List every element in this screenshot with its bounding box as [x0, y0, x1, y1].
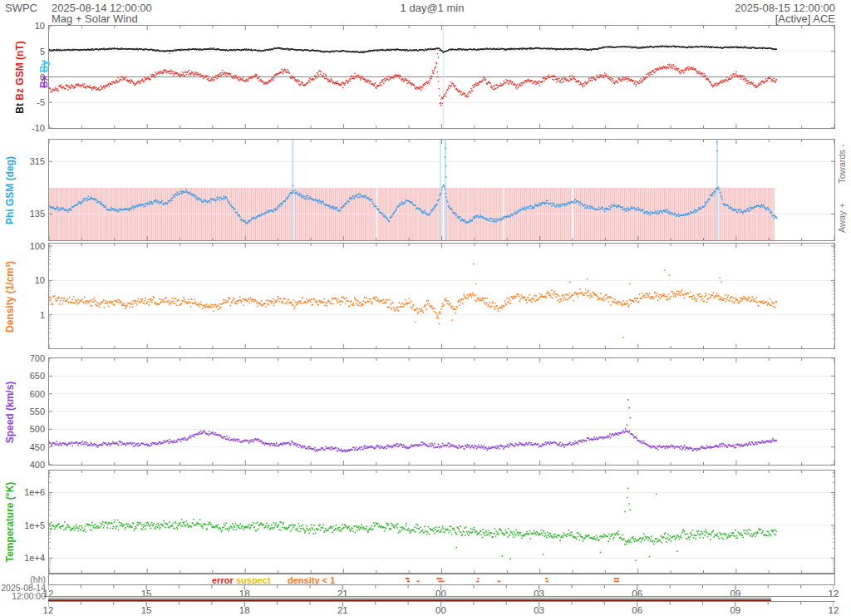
ytick-label: 1e+6	[0, 487, 45, 497]
series-density-0	[49, 264, 777, 338]
hour-label: 18	[230, 605, 258, 615]
ytick-label: 5	[0, 47, 45, 57]
density-axis-label: Density (1/cm³)	[4, 238, 16, 356]
hour-label: 00	[427, 605, 455, 615]
ytick-label: 700	[0, 353, 45, 363]
ytick-label: 0	[0, 72, 45, 82]
data-flag-strip: errorsuspectdensity < 1	[48, 574, 835, 585]
ytick-label: 1e+4	[0, 553, 45, 563]
temperature-plot	[49, 471, 834, 573]
ytick-label: 650	[0, 371, 45, 381]
density-plot	[49, 244, 834, 348]
data-source-label: [Active] ACE	[775, 12, 835, 25]
swpc-solar-wind-dashboard: SWPC 2025-08-14 12:00:00 Mag + Solar Win…	[0, 0, 851, 616]
ytick-label: 10	[0, 275, 45, 285]
hour-label: 12	[819, 605, 848, 615]
coverage-bar-line	[48, 599, 771, 600]
ytick-label: 1e+5	[0, 520, 45, 530]
panel-mag	[48, 25, 835, 129]
hour-label: 12	[34, 605, 62, 615]
speed-plot	[49, 358, 834, 465]
ytick-label: 600	[0, 389, 45, 399]
hour-label: 03	[525, 605, 553, 615]
series-legend-by: By	[38, 60, 50, 72]
panel-speed	[48, 357, 835, 466]
hour-label: 21	[328, 605, 357, 615]
brand-label: SWPC	[5, 2, 37, 14]
ytick-label: -10	[0, 123, 45, 133]
panel-temp	[48, 470, 835, 574]
legend-suspect: suspect	[236, 575, 271, 585]
ytick-label: 315	[0, 156, 45, 166]
phi-axis-label: Phi GSM (deg)	[4, 131, 16, 249]
phi-plot	[49, 140, 834, 240]
away-sector-label: Away +	[837, 160, 847, 276]
legend-error: error	[212, 575, 234, 585]
flag-marks	[49, 574, 834, 584]
hour-label: 06	[623, 605, 652, 615]
hour-label: 09	[721, 605, 750, 615]
legend-density-: density < 1	[288, 575, 335, 585]
coverage-bar-strip	[48, 596, 835, 602]
ytick-label: 10	[0, 21, 45, 31]
mag-plot	[49, 26, 834, 128]
hour-axis-bottom: 121518210003060912	[48, 602, 835, 616]
series-speed-0	[49, 399, 777, 453]
ytick-label: 100	[0, 241, 45, 251]
cadence-label: 1 day@1 min	[349, 2, 515, 14]
ytick-label: 500	[0, 424, 45, 434]
panel-phi	[48, 139, 835, 241]
ytick-label: 1	[0, 310, 45, 320]
ytick-label: -5	[0, 97, 45, 107]
ytick-label: 135	[0, 209, 45, 219]
ytick-label: 400	[0, 460, 45, 470]
page-title: Mag + Solar Wind	[52, 12, 138, 25]
series-mag-1	[49, 52, 777, 106]
panel-density	[48, 243, 835, 349]
series-temp-0	[49, 487, 777, 561]
ytick-label: 550	[0, 407, 45, 416]
ytick-label: 450	[0, 442, 45, 452]
origin-time-label: 12:00:00	[0, 591, 46, 601]
hour-label: 15	[132, 605, 160, 615]
coverage-bar-line	[48, 598, 771, 599]
series-mag-0	[49, 45, 777, 53]
